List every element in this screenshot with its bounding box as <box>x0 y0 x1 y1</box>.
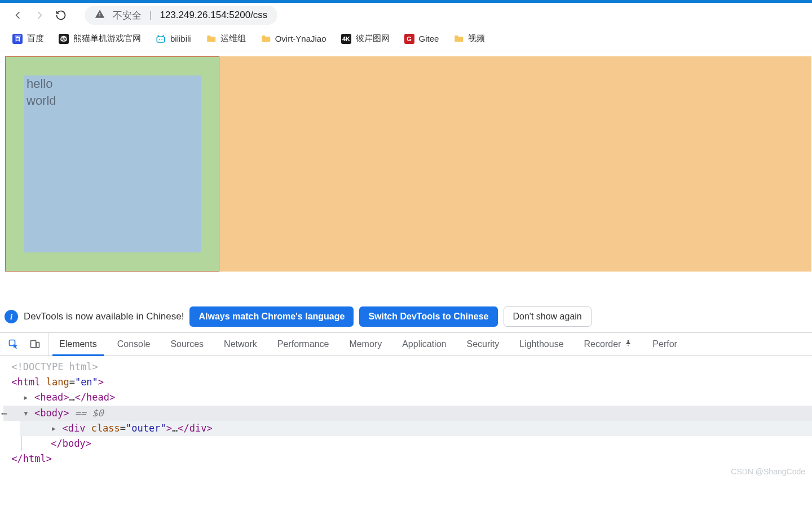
bookmark-4k[interactable]: 4K 彼岸图网 <box>341 33 390 44</box>
bookmarks-bar: 百 百度 🐼 熊猫单机游戏官网 bilibili 运维组 Ovirt-YnaJi… <box>0 28 812 51</box>
devtools-tabs: Elements Console Sources Network Perform… <box>49 333 687 355</box>
body-line[interactable]: ▾ <body> == $0 <box>3 406 812 421</box>
tab-memory[interactable]: Memory <box>339 333 392 355</box>
baidu-icon: 百 <box>12 34 23 44</box>
devtools-toolbar <box>0 333 49 355</box>
tab-recorder[interactable]: Recorder <box>574 333 643 355</box>
addr-separator: | <box>149 10 152 21</box>
html-close-line: </html> <box>6 451 806 466</box>
outer-div-line[interactable]: ▸ <div class="outer">…</div> <box>20 421 812 436</box>
always-match-button[interactable]: Always match Chrome's language <box>189 306 354 327</box>
doctype-line: <!DOCTYPE html> <box>6 359 806 375</box>
bookmark-ovirt[interactable]: Ovirt-YnaJiao <box>261 34 326 44</box>
url-text: 123.249.26.154:5200/css <box>160 10 267 21</box>
green-box: hello world <box>5 56 219 272</box>
dont-show-button[interactable]: Don't show again <box>504 306 592 327</box>
browser-toolbar: 不安全 | 123.249.26.154:5200/css <box>0 3 812 28</box>
security-label: 不安全 <box>113 9 142 22</box>
inspect-element-icon[interactable] <box>8 339 19 350</box>
4k-icon: 4K <box>341 34 351 44</box>
svg-rect-0 <box>157 37 165 42</box>
tab-application[interactable]: Application <box>392 333 456 355</box>
outer-box: hello world <box>5 56 811 272</box>
gitee-icon: G <box>404 34 414 44</box>
pin-icon <box>624 339 632 349</box>
tab-network[interactable]: Network <box>214 333 267 355</box>
tab-perf-insights[interactable]: Perfor <box>642 333 687 355</box>
back-icon[interactable] <box>12 10 24 21</box>
tab-lighthouse[interactable]: Lighthouse <box>509 333 573 355</box>
bookmark-label: Gitee <box>419 34 439 43</box>
blue-box: hello world <box>24 75 201 252</box>
panda-icon: 🐼 <box>59 34 69 44</box>
tab-sources[interactable]: Sources <box>160 333 214 355</box>
language-message: DevTools is now available in Chinese! <box>24 311 184 322</box>
svg-rect-3 <box>37 343 39 348</box>
tab-performance[interactable]: Performance <box>267 333 339 355</box>
tab-recorder-label: Recorder <box>584 339 621 349</box>
bookmark-label: bilibili <box>170 34 191 43</box>
page-viewport: hello world <box>0 51 812 272</box>
bookmark-label: 百度 <box>27 33 44 44</box>
folder-icon <box>453 34 464 44</box>
devtools-header: Elements Console Sources Network Perform… <box>0 332 812 356</box>
bilibili-icon <box>156 34 166 44</box>
device-toggle-icon[interactable] <box>29 339 41 350</box>
folder-icon <box>206 34 216 44</box>
reload-icon[interactable] <box>55 10 67 21</box>
address-bar[interactable]: 不安全 | 123.249.26.154:5200/css <box>85 6 277 25</box>
tab-elements[interactable]: Elements <box>49 333 107 355</box>
watermark: CSDN @ShangCode <box>731 465 805 478</box>
forward-icon[interactable] <box>34 10 45 21</box>
folder-icon <box>261 34 271 44</box>
html-open-line: <html lang="en"> <box>6 375 806 390</box>
warning-triangle-icon <box>95 9 105 22</box>
hello-text: hello <box>27 75 201 92</box>
bookmark-gitee[interactable]: G Gitee <box>404 34 439 44</box>
tab-security[interactable]: Security <box>456 333 509 355</box>
devtools-language-bar: i DevTools is now available in Chinese! … <box>0 301 812 332</box>
bookmark-bilibili[interactable]: bilibili <box>156 34 191 44</box>
bookmark-panda[interactable]: 🐼 熊猫单机游戏官网 <box>59 33 141 44</box>
bookmark-label: Ovirt-YnaJiao <box>275 34 326 43</box>
world-text: world <box>27 92 201 109</box>
info-icon: i <box>5 310 18 323</box>
bookmark-label: 视频 <box>468 33 485 44</box>
body-close-line: </body> <box>22 436 806 451</box>
svg-rect-2 <box>31 340 36 348</box>
tab-console[interactable]: Console <box>107 333 161 355</box>
bookmark-label: 彼岸图网 <box>356 33 390 44</box>
bookmark-label: 运维组 <box>220 33 246 44</box>
bookmark-label: 熊猫单机游戏官网 <box>73 33 141 44</box>
bookmark-ops[interactable]: 运维组 <box>206 33 246 44</box>
bookmark-video[interactable]: 视频 <box>453 33 485 44</box>
elements-panel[interactable]: <!DOCTYPE html> <html lang="en"> ▸ <head… <box>0 356 812 482</box>
switch-chinese-button[interactable]: Switch DevTools to Chinese <box>359 306 497 327</box>
head-line[interactable]: ▸ <head>…</head> <box>6 390 806 405</box>
bookmark-baidu[interactable]: 百 百度 <box>12 33 44 44</box>
